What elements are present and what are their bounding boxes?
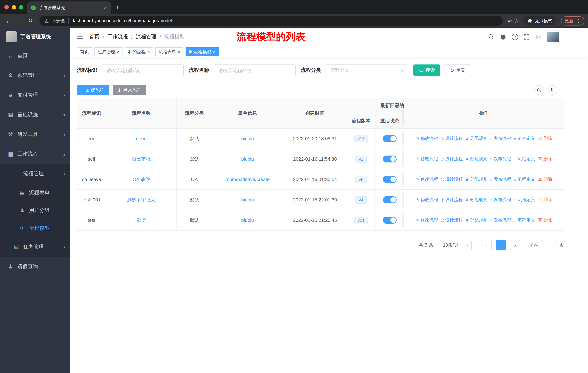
action-publish[interactable]: ☝发布流程 <box>490 197 511 203</box>
font-size-icon[interactable]: TT <box>535 34 541 40</box>
action-publish[interactable]: ☝发布流程 <box>490 176 511 182</box>
process-name-link[interactable]: 测试多审批人 <box>127 197 156 203</box>
update-button[interactable]: 更新 ⋮ <box>561 16 584 25</box>
action-assign-rule[interactable]: ♟分配规则 <box>465 176 488 182</box>
tab-close-icon[interactable]: × <box>103 5 107 10</box>
current-page[interactable]: 1 <box>496 240 506 250</box>
collapse-menu-icon[interactable] <box>76 33 84 40</box>
action-delete[interactable]: ⌧删除 <box>538 197 552 203</box>
menu-kebab-icon[interactable]: ⋮ <box>576 18 581 23</box>
prev-page-button[interactable]: ‹ <box>482 240 492 250</box>
refresh-table-button[interactable]: ↻ <box>548 85 557 95</box>
sidebar-item-process-model[interactable]: ✈ 流程模型 <box>0 219 70 237</box>
action-definition[interactable]: ∞流程定义 <box>514 156 535 162</box>
action-edit[interactable]: ✎修改流程 <box>416 197 438 203</box>
form-link[interactable]: /bpm/oa/leave/create <box>225 177 270 182</box>
close-window-button[interactable] <box>4 5 9 10</box>
address-bar[interactable]: ⚠ 不安全 dashboard.yudao.iocoder.cn/bpm/man… <box>39 16 503 26</box>
action-design[interactable]: ◎设计流程 <box>441 217 463 223</box>
action-edit[interactable]: ✎修改流程 <box>416 217 438 223</box>
form-link[interactable]: biubiu <box>241 217 254 223</box>
action-definition[interactable]: ∞流程定义 <box>514 135 535 142</box>
bookmark-star-icon[interactable]: ☆ <box>514 18 519 24</box>
search-icon[interactable] <box>488 33 494 40</box>
process-name-input[interactable] <box>214 64 296 76</box>
toggle-search-button[interactable] <box>534 85 544 95</box>
action-assign-rule[interactable]: ♟分配规则 <box>465 156 488 162</box>
process-name-link[interactable]: OA 请假 <box>133 176 150 183</box>
version-badge[interactable]: v2 <box>356 155 367 163</box>
form-link[interactable]: biubiu <box>241 156 254 162</box>
action-delete[interactable]: ⌧删除 <box>538 176 552 182</box>
action-assign-rule[interactable]: ♟分配规则 <box>465 135 488 142</box>
sidebar-item-leave-query[interactable]: ♟ 请假查询 <box>0 257 70 276</box>
category-select[interactable]: 流程分类 ▾ <box>326 64 408 76</box>
action-edit[interactable]: ✎修改流程 <box>416 135 438 142</box>
sidebar-logo[interactable]: 芋道管理系统 <box>0 28 70 46</box>
sidebar-item-devtools[interactable]: ⚒ 研发工具 ▾ <box>0 125 70 144</box>
action-publish[interactable]: ☝发布流程 <box>490 217 511 223</box>
sidebar-item-user-group[interactable]: ♟ 用户分组 <box>0 202 70 219</box>
action-publish[interactable]: ☝发布流程 <box>490 156 511 162</box>
version-badge[interactable]: v17 <box>354 135 368 142</box>
active-toggle[interactable] <box>383 156 397 162</box>
help-icon[interactable]: ? <box>512 34 518 40</box>
action-delete[interactable]: ⌧删除 <box>538 217 552 223</box>
close-icon[interactable]: × <box>213 50 215 54</box>
action-design[interactable]: ◎设计流程 <box>441 197 463 203</box>
action-edit[interactable]: ✎修改流程 <box>416 176 438 182</box>
password-key-icon[interactable] <box>507 18 513 24</box>
active-toggle[interactable] <box>383 135 397 142</box>
process-name-link[interactable]: 自己审批 <box>132 156 151 162</box>
action-publish[interactable]: ☝发布流程 <box>490 135 511 142</box>
tag-process-form[interactable]: 流程表单 × <box>155 47 184 56</box>
action-definition[interactable]: ∞流程定义 <box>514 176 535 182</box>
version-badge[interactable]: v4 <box>356 196 367 203</box>
action-design[interactable]: ◎设计流程 <box>441 156 463 162</box>
tag-process-model[interactable]: 流程模型 × <box>186 47 219 56</box>
sidebar-item-infrastructure[interactable]: ▦ 基础设施 ▾ <box>0 105 70 125</box>
new-tab-button[interactable]: + <box>116 4 119 11</box>
action-design[interactable]: ◎设计流程 <box>441 135 463 142</box>
search-button[interactable]: 搜索 <box>413 64 440 76</box>
import-process-button[interactable]: ↥ 导入流程 <box>113 85 146 95</box>
process-key-input[interactable] <box>102 64 184 76</box>
form-link[interactable]: biubiu <box>241 197 254 202</box>
browser-tab[interactable]: 芋道管理系统 × <box>27 1 111 14</box>
back-icon[interactable]: ← <box>4 18 13 24</box>
active-toggle[interactable] <box>383 217 397 224</box>
action-definition[interactable]: ∞流程定义 <box>514 217 535 223</box>
reload-icon[interactable]: ↻ <box>26 18 35 24</box>
close-icon[interactable]: × <box>117 50 119 54</box>
reset-button[interactable]: ↻ 重置 <box>445 64 471 76</box>
breadcrumb-process-management[interactable]: 流程管理 <box>136 33 156 40</box>
breadcrumb-home[interactable]: 首页 <box>89 33 100 40</box>
tag-tenant[interactable]: 租户管理 × <box>94 47 123 56</box>
close-icon[interactable]: × <box>178 50 180 54</box>
close-icon[interactable]: × <box>147 50 150 54</box>
action-assign-rule[interactable]: ♟分配规则 <box>465 217 488 223</box>
sidebar-item-home[interactable]: ⌂ 首页 <box>0 46 70 66</box>
page-size-select[interactable]: 10条/页 ▾ <box>440 240 472 250</box>
process-name-link[interactable]: eeee <box>136 136 147 141</box>
action-assign-rule[interactable]: ♟分配规则 <box>465 197 488 203</box>
form-link[interactable]: biubiu <box>241 136 254 141</box>
next-page-button[interactable]: › <box>510 240 520 250</box>
create-process-button[interactable]: + 新建流程 <box>77 85 109 95</box>
action-delete[interactable]: ⌧删除 <box>538 156 552 162</box>
tag-my-process[interactable]: 我的流程 × <box>125 47 153 56</box>
tag-home[interactable]: 首页 <box>77 47 92 56</box>
version-badge[interactable]: v21 <box>354 217 368 224</box>
sidebar-item-process-form[interactable]: ▤ 流程表单 <box>0 184 70 202</box>
active-toggle[interactable] <box>383 196 397 203</box>
sidebar-item-workflow[interactable]: ▣ 工作流程 ▴ <box>0 144 70 164</box>
sidebar-item-task-management[interactable]: ☑ 任务管理 ▾ <box>0 237 70 257</box>
action-edit[interactable]: ✎修改流程 <box>416 156 438 162</box>
process-name-link[interactable]: 滔博 <box>136 217 146 223</box>
forward-icon[interactable]: → <box>15 18 24 24</box>
minimize-window-button[interactable] <box>12 5 16 10</box>
sidebar-item-payment[interactable]: ¥ 支付管理 ▾ <box>0 85 70 105</box>
zoom-window-button[interactable] <box>19 5 23 10</box>
action-delete[interactable]: ⌧删除 <box>538 135 552 142</box>
fullscreen-icon[interactable] <box>524 34 530 40</box>
